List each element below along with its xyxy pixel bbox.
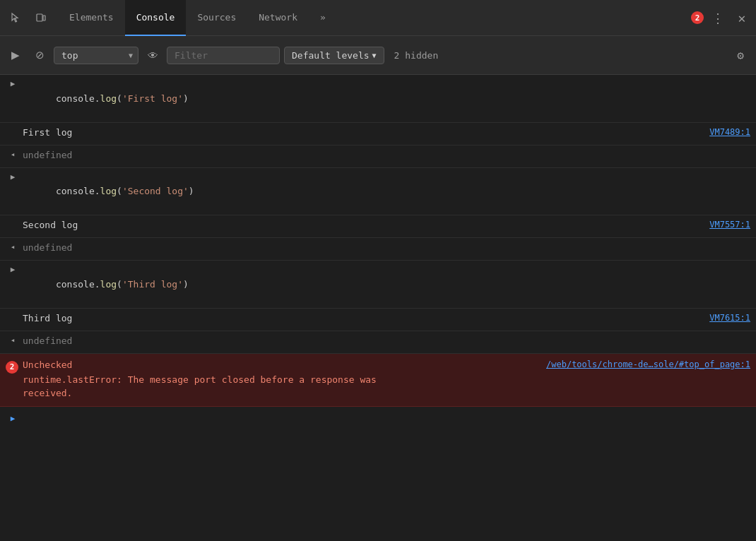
console-input-code: console.log('First log') — [23, 78, 750, 119]
play-button[interactable]: ▶ — [6, 45, 25, 65]
device-toolbar-button[interactable] — [30, 6, 52, 29]
table-row: ▶ console.log('First log') — [0, 75, 756, 123]
table-row: ▶ console.log('Third log') — [0, 261, 756, 309]
table-row: Second log VM7557:1 — [0, 215, 756, 238]
svg-rect-0 — [37, 14, 42, 21]
play-icon: ▶ — [11, 49, 20, 61]
tab-bar-icons — [4, 6, 52, 29]
error-badge[interactable]: 2 — [691, 11, 704, 24]
table-row: Third log VM7615:1 — [0, 309, 756, 331]
expand-icon[interactable]: ▶ — [6, 263, 20, 274]
error-source-link[interactable]: /web/tools/chrome-de…sole/#top_of_page:1 — [546, 359, 750, 369]
svg-rect-1 — [43, 16, 45, 20]
eye-icon: 👁 — [148, 49, 158, 61]
undefined-text: undefined — [23, 241, 750, 255]
settings-button[interactable]: ⚙ — [731, 45, 750, 65]
table-row: ◂ undefined — [0, 145, 756, 168]
tab-bar-right: 2 ⋮ ✕ — [691, 8, 752, 28]
context-select-input[interactable]: top — [54, 47, 138, 64]
return-icon: ◂ — [6, 148, 20, 159]
console-output-text: Second log — [23, 218, 704, 232]
table-row: ◂ undefined — [0, 238, 756, 261]
error-badge-icon: 2 — [6, 361, 18, 374]
expand-icon[interactable]: ▶ — [6, 171, 20, 182]
ban-icon: ⊘ — [35, 49, 45, 61]
log-levels-button[interactable]: Default levels ▼ — [284, 47, 384, 64]
console-toolbar: ▶ ⊘ top ▼ 👁 Default levels ▼ 2 hidden ⚙ — [0, 36, 756, 75]
tab-more[interactable]: » — [309, 0, 337, 36]
filter-input[interactable] — [167, 47, 280, 64]
console-output: ▶ console.log('First log') First log VM7… — [0, 75, 756, 541]
undefined-text: undefined — [23, 334, 750, 348]
console-input-row: ▶ — [0, 407, 756, 429]
error-row: 2 Unchecked /web/tools/chrome-de…sole/#t… — [0, 354, 756, 407]
source-link[interactable]: VM7615:1 — [709, 311, 750, 323]
tabs-container: Elements Console Sources Network » — [58, 0, 691, 36]
table-row: ◂ undefined — [0, 331, 756, 354]
tab-sources[interactable]: Sources — [186, 0, 247, 36]
error-content: Unchecked /web/tools/chrome-de…sole/#top… — [23, 359, 750, 400]
error-count-circle: 2 — [691, 11, 704, 24]
console-input[interactable] — [23, 412, 750, 423]
console-output-text: First log — [23, 126, 704, 140]
return-icon: ◂ — [6, 334, 20, 345]
chevron-down-icon: ▼ — [372, 52, 377, 59]
row-indent — [6, 311, 20, 313]
table-row: ▶ console.log('Second log') — [0, 168, 756, 216]
source-link[interactable]: VM7489:1 — [709, 126, 750, 137]
tab-bar: Elements Console Sources Network » 2 ⋮ ✕ — [0, 0, 756, 36]
table-row: First log VM7489:1 — [0, 123, 756, 145]
gear-icon: ⚙ — [737, 49, 744, 62]
close-devtools-button[interactable]: ✕ — [732, 8, 752, 28]
more-options-button[interactable]: ⋮ — [708, 8, 728, 28]
prompt-icon: ▶ — [6, 412, 20, 423]
console-input-code: console.log('Second log') — [23, 171, 750, 213]
source-link[interactable]: VM7557:1 — [709, 218, 750, 230]
clear-console-button[interactable]: ⊘ — [30, 45, 49, 65]
inspect-element-button[interactable] — [4, 6, 27, 29]
tab-elements[interactable]: Elements — [58, 0, 125, 36]
row-indent — [6, 126, 20, 127]
error-title: Unchecked — [23, 359, 72, 370]
console-output-text: Third log — [23, 311, 704, 326]
expand-icon[interactable]: ▶ — [6, 78, 20, 88]
hidden-count-label[interactable]: 2 hidden — [389, 50, 444, 61]
tab-console[interactable]: Console — [125, 0, 187, 36]
row-indent — [6, 218, 20, 220]
tab-network[interactable]: Network — [247, 0, 309, 36]
console-input-code: console.log('Third log') — [23, 263, 750, 305]
context-selector: top ▼ — [54, 47, 138, 64]
error-message: runtime.lastError: The message port clos… — [23, 373, 750, 400]
return-icon: ◂ — [6, 241, 20, 251]
eye-button[interactable]: 👁 — [143, 45, 163, 65]
undefined-text: undefined — [23, 148, 750, 162]
